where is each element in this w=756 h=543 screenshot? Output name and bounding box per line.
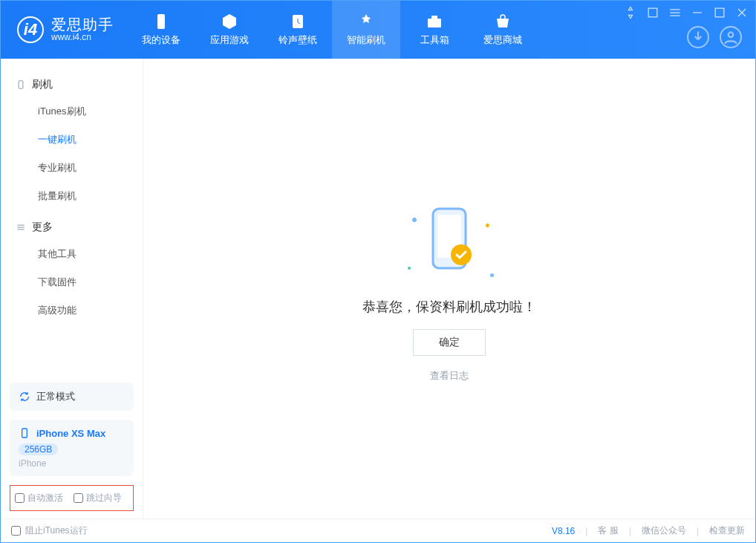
footer-link-service[interactable]: 客 服 <box>598 524 618 537</box>
account-button[interactable] <box>720 26 742 48</box>
checkbox-skip-wizard[interactable]: 跳过向导 <box>74 492 122 504</box>
tab-label: 我的设备 <box>142 33 180 47</box>
checkbox-auto-activate[interactable]: 自动激活 <box>15 492 63 504</box>
sidebar-item-itunes[interactable]: iTunes刷机 <box>1 97 143 126</box>
main-tabs: 我的设备 应用游戏 铃声壁纸 智能刷机 工具箱 爱思商城 <box>127 1 537 59</box>
footer-block-itunes[interactable]: 阻止iTunes运行 <box>11 524 88 537</box>
svg-rect-3 <box>431 16 437 19</box>
tab-label: 工具箱 <box>420 33 449 47</box>
tab-label: 智能刷机 <box>347 33 385 47</box>
sidebar-item-pro[interactable]: 专业刷机 <box>1 154 143 182</box>
device-info-box[interactable]: iPhone XS Max 256GB iPhone <box>10 420 134 476</box>
phone-icon <box>19 427 30 439</box>
sidebar-item-advanced[interactable]: 高级功能 <box>1 296 143 325</box>
tab-my-device[interactable]: 我的设备 <box>127 1 195 59</box>
sidebar-title-label: 更多 <box>32 221 53 234</box>
sparkle-icon <box>408 267 411 270</box>
ok-button[interactable]: 确定 <box>413 329 486 356</box>
sidebar-item-firmware[interactable]: 下载固件 <box>1 268 143 296</box>
success-message: 恭喜您，保资料刷机成功啦！ <box>362 298 536 316</box>
sidebar-item-other-tools[interactable]: 其他工具 <box>1 240 143 268</box>
logo-text: 爱思助手 www.i4.cn <box>51 16 114 42</box>
window-controls <box>623 5 749 20</box>
svg-rect-2 <box>428 19 441 27</box>
refresh-icon <box>19 391 30 403</box>
sidebar: 刷机 iTunes刷机 一键刷机 专业刷机 批量刷机 更多 其他工具 下载固件 … <box>1 59 143 518</box>
tab-label: 爱思商城 <box>483 33 522 47</box>
version-label: V8.16 <box>552 526 575 536</box>
block-itunes-checkbox[interactable] <box>11 526 21 536</box>
menu-icon[interactable] <box>668 5 682 20</box>
tab-store[interactable]: 爱思商城 <box>469 1 537 59</box>
app-url: www.i4.cn <box>51 33 114 42</box>
skin-icon[interactable] <box>645 5 660 20</box>
device-storage: 256GB <box>19 443 58 455</box>
body: 刷机 iTunes刷机 一键刷机 专业刷机 批量刷机 更多 其他工具 下载固件 … <box>1 59 755 518</box>
minimize-button[interactable] <box>690 5 705 20</box>
theme-icon[interactable] <box>623 5 638 20</box>
maximize-button[interactable] <box>712 5 727 20</box>
checkbox-label: 自动激活 <box>27 492 63 504</box>
sidebar-title-label: 刷机 <box>32 78 53 91</box>
sidebar-group-more: 更多 其他工具 下载固件 高级功能 <box>1 215 143 329</box>
tab-ringtones[interactable]: 铃声壁纸 <box>264 1 332 59</box>
device-sub: iPhone <box>19 458 46 469</box>
close-button[interactable] <box>734 5 749 20</box>
sidebar-item-batch[interactable]: 批量刷机 <box>1 182 143 210</box>
sidebar-title-flash: 刷机 <box>1 72 143 97</box>
footer-link-update[interactable]: 检查更新 <box>709 524 745 537</box>
sidebar-item-onekey[interactable]: 一键刷机 <box>1 126 143 154</box>
tab-smart-flash[interactable]: 智能刷机 <box>332 1 400 59</box>
device-mode-box[interactable]: 正常模式 <box>10 383 134 411</box>
device-mode-label: 正常模式 <box>36 390 75 403</box>
svg-rect-0 <box>157 14 165 29</box>
view-log-link[interactable]: 查看日志 <box>430 369 469 383</box>
tab-label: 应用游戏 <box>210 33 249 47</box>
main-content: 恭喜您，保资料刷机成功啦！ 确定 查看日志 <box>143 59 755 518</box>
success-illustration <box>405 195 494 284</box>
svg-rect-8 <box>22 429 27 438</box>
block-itunes-label: 阻止iTunes运行 <box>25 524 88 537</box>
header-actions <box>687 26 742 48</box>
header: i4 爱思助手 www.i4.cn 我的设备 应用游戏 铃声壁纸 智能刷机 工具… <box>1 1 755 59</box>
svg-rect-5 <box>715 8 724 17</box>
logo: i4 爱思助手 www.i4.cn <box>1 16 127 43</box>
logo-icon: i4 <box>17 16 44 43</box>
download-button[interactable] <box>687 26 709 48</box>
sparkle-icon <box>490 273 494 277</box>
svg-rect-4 <box>648 8 657 17</box>
app-name: 爱思助手 <box>51 16 114 33</box>
checkbox-label: 跳过向导 <box>86 492 122 504</box>
tab-toolbox[interactable]: 工具箱 <box>400 1 469 59</box>
svg-point-6 <box>729 33 734 38</box>
tab-apps[interactable]: 应用游戏 <box>195 1 264 59</box>
sidebar-group-flash: 刷机 iTunes刷机 一键刷机 专业刷机 批量刷机 <box>1 72 143 215</box>
menu-icon <box>16 222 26 233</box>
device-name: iPhone XS Max <box>36 428 105 439</box>
phone-icon <box>16 79 26 90</box>
footer-link-wechat[interactable]: 微信公众号 <box>642 524 686 537</box>
svg-rect-7 <box>19 81 23 89</box>
tab-label: 铃声壁纸 <box>278 33 317 47</box>
options-row: 自动激活 跳过向导 <box>10 485 134 511</box>
sidebar-title-more: 更多 <box>1 215 143 240</box>
footer: 阻止iTunes运行 V8.16 | 客 服 | 微信公众号 | 检查更新 <box>1 518 755 542</box>
